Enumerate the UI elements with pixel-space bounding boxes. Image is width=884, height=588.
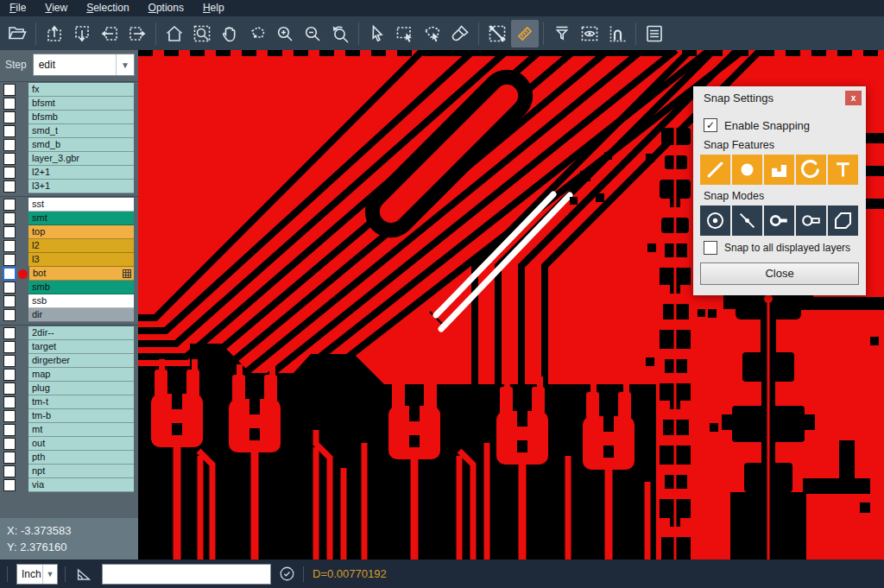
layer-label[interactable]: l3 bbox=[28, 253, 134, 267]
layer-row-bfsmb[interactable]: bfsmb bbox=[0, 111, 138, 124]
menu-view[interactable]: View bbox=[35, 0, 77, 16]
layer-label[interactable]: tm-t bbox=[28, 395, 134, 409]
layer-row-plug[interactable]: plug bbox=[0, 382, 138, 395]
zoom-in-button[interactable] bbox=[271, 20, 299, 47]
layer-visibility-checkbox[interactable] bbox=[3, 139, 16, 151]
layer-visibility-checkbox[interactable] bbox=[3, 267, 16, 281]
zoom-window-button[interactable] bbox=[188, 20, 216, 47]
layer-visibility-checkbox[interactable] bbox=[3, 226, 16, 238]
layer-row-via[interactable]: via bbox=[0, 478, 138, 492]
layer-label[interactable]: pth bbox=[28, 451, 134, 465]
layer-row-fx[interactable]: fx bbox=[0, 83, 138, 97]
layer-visibility-checkbox[interactable] bbox=[3, 424, 16, 436]
layer-visibility-checkbox[interactable] bbox=[3, 281, 16, 294]
layer-row-mt[interactable]: mt bbox=[0, 423, 138, 437]
layer-visibility-checkbox[interactable] bbox=[3, 396, 16, 408]
filter-button[interactable] bbox=[548, 20, 576, 47]
layer-row-smt[interactable]: smt bbox=[0, 212, 138, 225]
layer-visibility-checkbox[interactable] bbox=[3, 327, 16, 339]
layer-row-map[interactable]: map bbox=[0, 368, 138, 382]
layer-visibility-checkbox[interactable] bbox=[3, 369, 16, 381]
select-brush-button[interactable] bbox=[446, 20, 474, 47]
menu-selection[interactable]: Selection bbox=[77, 0, 138, 16]
snap-feature-arc-button[interactable] bbox=[796, 155, 826, 185]
snap-mode-center-button[interactable] bbox=[700, 205, 730, 236]
layer-label[interactable]: out bbox=[28, 437, 134, 451]
layer-label[interactable]: npt bbox=[28, 465, 134, 478]
dialog-title-bar[interactable]: Snap Settings x bbox=[693, 86, 866, 110]
layer-visibility-checkbox[interactable] bbox=[3, 167, 16, 179]
enable-snapping-checkbox[interactable]: ✓ bbox=[704, 118, 717, 132]
pan-hand-button[interactable] bbox=[216, 20, 243, 47]
layer-visibility-checkbox[interactable] bbox=[3, 438, 16, 450]
layer-label[interactable]: l2+1 bbox=[28, 166, 134, 180]
select-cursor-button[interactable] bbox=[363, 20, 391, 47]
layer-label[interactable]: mt bbox=[28, 423, 134, 437]
pan-left-button[interactable] bbox=[96, 20, 123, 47]
snap-mode-line-middle-button[interactable] bbox=[732, 205, 762, 236]
layer-label[interactable]: fx bbox=[28, 83, 134, 97]
layer-visibility-checkbox[interactable] bbox=[3, 479, 16, 491]
coordinate-input[interactable] bbox=[102, 564, 271, 585]
step-select[interactable]: edit ▼ bbox=[33, 54, 135, 76]
snap-mode-pad-entry-button[interactable] bbox=[764, 205, 794, 236]
layer-visibility-checkbox[interactable] bbox=[3, 465, 16, 477]
layer-visibility-checkbox[interactable] bbox=[3, 452, 16, 464]
zoom-polygon-button[interactable] bbox=[243, 20, 271, 47]
layer-label[interactable]: sst bbox=[28, 198, 134, 212]
layer-row-dir[interactable]: dir bbox=[0, 308, 138, 322]
layer-row-l3[interactable]: l3 bbox=[0, 253, 138, 267]
layer-visibility-checkbox[interactable] bbox=[3, 125, 16, 137]
layer-visibility-checkbox[interactable] bbox=[3, 84, 16, 96]
select-polygon-button[interactable] bbox=[419, 20, 446, 47]
layer-label[interactable]: ssb bbox=[28, 294, 134, 308]
layer-label[interactable]: top bbox=[28, 225, 134, 239]
layer-visibility-checkbox[interactable] bbox=[3, 309, 16, 321]
layer-visibility-checkbox[interactable] bbox=[3, 180, 16, 193]
layer-visibility-checkbox[interactable] bbox=[3, 355, 16, 367]
pan-right-button[interactable] bbox=[123, 20, 151, 47]
layer-visibility-checkbox[interactable] bbox=[3, 383, 16, 395]
layer-label[interactable]: l3+1 bbox=[28, 180, 134, 193]
unit-select[interactable]: Inch ▼ bbox=[16, 564, 58, 585]
layer-visibility-checkbox[interactable] bbox=[3, 341, 16, 353]
layer-row-out[interactable]: out bbox=[0, 437, 138, 451]
layer-form-button[interactable] bbox=[641, 20, 668, 47]
layer-row-dirgerber[interactable]: dirgerber bbox=[0, 354, 138, 368]
layer-label[interactable]: 2dir-- bbox=[28, 326, 134, 340]
pan-down-button[interactable] bbox=[68, 20, 96, 47]
layer-label[interactable]: plug bbox=[28, 382, 134, 395]
snap-feature-surface-button[interactable] bbox=[764, 155, 794, 185]
layer-label[interactable]: smd_t bbox=[28, 124, 134, 138]
layer-row-ssb[interactable]: ssb bbox=[0, 294, 138, 308]
layer-visibility-checkbox[interactable] bbox=[3, 111, 16, 123]
layer-row-bot[interactable]: bot bbox=[0, 267, 138, 281]
layer-label[interactable]: l2 bbox=[28, 239, 134, 253]
layer-row-l2[interactable]: l2 bbox=[0, 239, 138, 253]
measure-line-button[interactable] bbox=[483, 20, 511, 47]
layer-label[interactable]: via bbox=[28, 478, 134, 492]
zoom-out-button[interactable] bbox=[299, 20, 326, 47]
highlight-window-button[interactable] bbox=[576, 20, 603, 47]
snap-feature-pad-button[interactable] bbox=[732, 155, 762, 185]
snap-feature-line-button[interactable] bbox=[700, 155, 730, 185]
layer-row-npt[interactable]: npt bbox=[0, 465, 138, 478]
layer-row-target[interactable]: target bbox=[0, 340, 138, 354]
layer-label[interactable]: smd_b bbox=[28, 138, 134, 152]
apply-check-icon[interactable] bbox=[278, 565, 296, 583]
layer-label[interactable]: tm-b bbox=[28, 409, 134, 423]
layer-label[interactable]: bfsmb bbox=[28, 111, 134, 124]
layer-row-bfsmt[interactable]: bfsmt bbox=[0, 97, 138, 111]
layer-label[interactable]: smb bbox=[28, 281, 134, 294]
layer-label[interactable]: layer_3.gbr bbox=[28, 152, 134, 166]
layer-row-tm-b[interactable]: tm-b bbox=[0, 409, 138, 423]
close-button[interactable]: Close bbox=[700, 262, 859, 285]
snap-mode-pad-outline-button[interactable] bbox=[796, 205, 826, 236]
layer-row-l3+1[interactable]: l3+1 bbox=[0, 180, 138, 193]
menu-help[interactable]: Help bbox=[193, 0, 234, 16]
layer-row-top[interactable]: top bbox=[0, 225, 138, 239]
layer-visibility-checkbox[interactable] bbox=[3, 212, 16, 224]
layer-visibility-checkbox[interactable] bbox=[3, 98, 16, 110]
layer-row-2dir--[interactable]: 2dir-- bbox=[0, 326, 138, 340]
pan-up-button[interactable] bbox=[41, 20, 68, 47]
